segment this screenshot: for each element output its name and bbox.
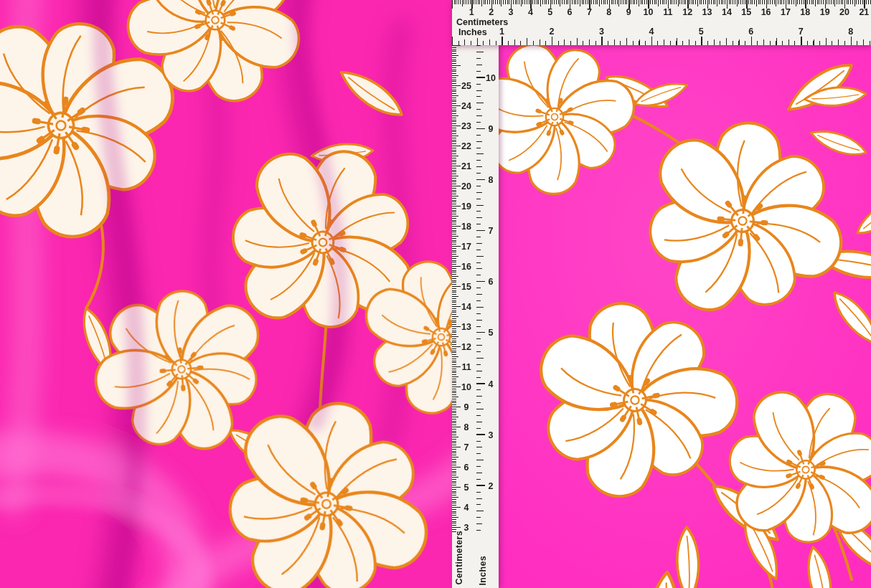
inch-number: 4: [649, 27, 654, 37]
top-ruler-inch-numbers: 12345678: [452, 27, 871, 37]
draped-fabric-photo: [0, 0, 452, 588]
cm-number: 20: [839, 8, 849, 17]
cm-number: 2: [489, 8, 494, 17]
cm-number: 9: [626, 8, 631, 17]
inch-number: 1: [499, 27, 504, 37]
horizontal-ruler: 123456789101112131415161718192021 Centim…: [452, 0, 871, 45]
inch-number: 6: [489, 277, 494, 287]
inch-number: 9: [489, 124, 494, 134]
cm-number: 14: [722, 8, 732, 17]
inch-number: 5: [489, 328, 494, 338]
inch-number: 3: [599, 27, 604, 37]
cm-number: 4: [528, 8, 533, 17]
inch-ticks: [452, 37, 871, 45]
centimeters-label: Centimeters: [454, 531, 464, 585]
cm-number: 8: [606, 8, 611, 17]
cm-number: 10: [644, 8, 654, 17]
cm-number: 3: [509, 8, 514, 17]
flat-fabric-swatch: [499, 45, 871, 588]
inch-number: 6: [748, 27, 753, 37]
cm-number: 5: [547, 8, 552, 17]
cm-number: 6: [568, 8, 573, 17]
inch-number: 3: [489, 430, 494, 440]
inch-number: 2: [489, 481, 494, 491]
cm-number: 17: [781, 8, 791, 17]
cm-number: 15: [741, 8, 751, 17]
cm-number: 11: [663, 8, 672, 17]
cm-number: 7: [587, 8, 592, 17]
cm-number: 1: [469, 8, 474, 17]
top-ruler-cm-numbers: 123456789101112131415161718192021: [452, 8, 871, 17]
inch-number: 8: [848, 27, 853, 37]
inch-number: 7: [489, 226, 494, 236]
inch-number: 10: [486, 73, 496, 83]
cm-number: 13: [702, 8, 712, 17]
inch-number: 4: [489, 379, 494, 389]
cm-number: 12: [682, 8, 692, 17]
side-ruler-inch-numbers: 1098765432: [452, 45, 499, 588]
draped-fabric-graphic: [0, 0, 452, 588]
flat-fabric-graphic: [499, 45, 871, 588]
cm-number: 16: [761, 8, 771, 17]
inch-number: 5: [699, 27, 704, 37]
vertical-ruler: 252423222120191817161514131211109876543 …: [452, 45, 499, 588]
inch-number: 8: [489, 175, 494, 185]
inches-label: Inches: [478, 556, 488, 585]
cm-number: 18: [800, 8, 810, 17]
inch-number: 2: [549, 27, 554, 37]
inch-number: 7: [799, 27, 804, 37]
cm-number: 19: [820, 8, 830, 17]
fabric-product-photo: 123456789101112131415161718192021 Centim…: [0, 0, 871, 588]
cm-number: 21: [859, 8, 869, 17]
